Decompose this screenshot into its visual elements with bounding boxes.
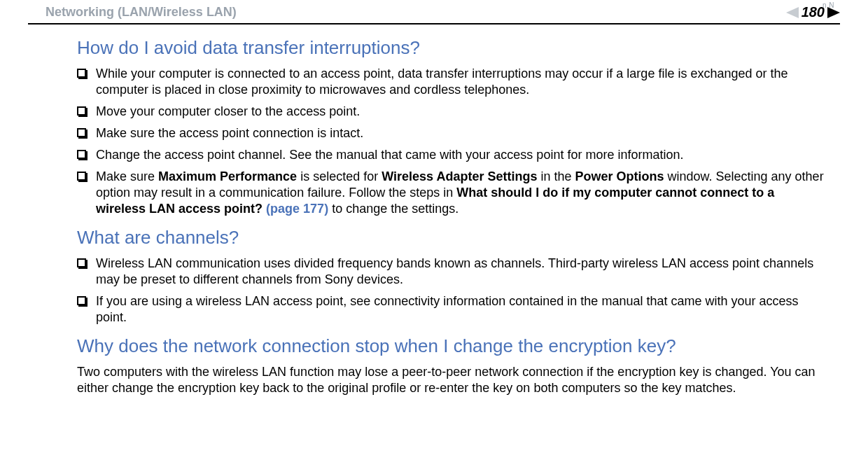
- page-number: 180: [802, 4, 825, 20]
- list-item: Move your computer closer to the access …: [77, 104, 826, 120]
- list-item: While your computer is connected to an a…: [77, 66, 826, 98]
- square-bullet-icon: [77, 296, 86, 305]
- bullet-text: Make sure Maximum Performance is selecte…: [96, 169, 826, 217]
- bullet-text: Move your computer closer to the access …: [96, 104, 826, 120]
- bullet-list-channels: Wireless LAN communication uses divided …: [77, 256, 826, 326]
- bullet-text: If you are using a wireless LAN access p…: [96, 293, 826, 326]
- content-area: How do I avoid data transfer interruptio…: [0, 37, 868, 396]
- list-item: Make sure Maximum Performance is selecte…: [77, 169, 826, 217]
- square-bullet-icon: [77, 106, 86, 116]
- bullet-list-interruptions: While your computer is connected to an a…: [77, 66, 826, 217]
- page-n-label: n N: [822, 1, 834, 9]
- square-bullet-icon: [77, 150, 86, 159]
- square-bullet-icon: [77, 69, 86, 78]
- page-root: Networking (LAN/Wireless LAN) 180 n N Ho…: [0, 0, 868, 414]
- heading-encryption-key: Why does the network connection stop whe…: [77, 335, 826, 357]
- list-item: If you are using a wireless LAN access p…: [77, 293, 826, 326]
- heading-interruptions: How do I avoid data transfer interruptio…: [77, 37, 826, 59]
- page-link[interactable]: (page 177): [266, 202, 328, 216]
- breadcrumb[interactable]: Networking (LAN/Wireless LAN): [46, 5, 237, 20]
- bullet-text: Wireless LAN communication uses divided …: [96, 256, 826, 288]
- list-item: Change the access point channel. See the…: [77, 147, 826, 163]
- list-item: Wireless LAN communication uses divided …: [77, 256, 826, 288]
- prev-page-arrow-icon[interactable]: [786, 7, 799, 18]
- bullet-text: While your computer is connected to an a…: [96, 66, 826, 98]
- heading-channels: What are channels?: [77, 227, 826, 249]
- bullet-text: Make sure the access point connection is…: [96, 125, 826, 141]
- square-bullet-icon: [77, 128, 86, 137]
- svg-marker-0: [786, 7, 799, 18]
- bullet-text: Change the access point channel. See the…: [96, 147, 826, 163]
- list-item: Make sure the access point connection is…: [77, 125, 826, 141]
- paragraph-encryption: Two computers with the wireless LAN func…: [77, 364, 826, 396]
- square-bullet-icon: [77, 172, 86, 181]
- top-bar: Networking (LAN/Wireless LAN) 180: [0, 0, 868, 23]
- header-divider: [28, 23, 840, 25]
- square-bullet-icon: [77, 258, 86, 267]
